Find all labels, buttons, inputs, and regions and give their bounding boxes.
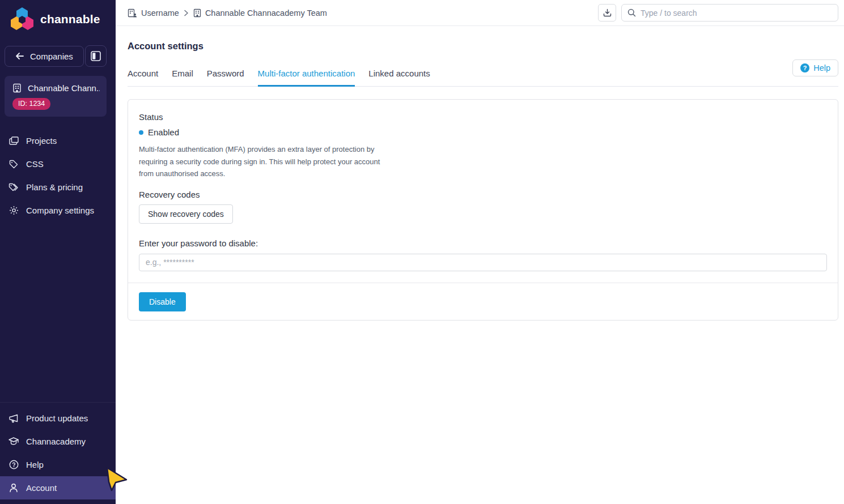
tab-password[interactable]: Password xyxy=(207,64,244,86)
sidebar-item-css[interactable]: CSS xyxy=(0,152,116,176)
brand-logo[interactable]: channable xyxy=(0,0,116,37)
building-icon xyxy=(12,83,22,93)
tab-account[interactable]: Account xyxy=(128,64,158,86)
company-name: Channable Chann... xyxy=(28,83,100,93)
sidebar-panel-icon xyxy=(91,51,101,61)
company-id-badge: ID: 1234 xyxy=(12,98,50,110)
sidebar-item-label: Company settings xyxy=(26,206,94,215)
disable-mfa-button[interactable]: Disable xyxy=(139,292,186,311)
building-icon xyxy=(193,8,201,18)
sidebar-item-label: Product updates xyxy=(26,413,88,423)
global-search[interactable] xyxy=(621,4,838,22)
password-label: Enter your password to disable: xyxy=(139,238,827,248)
graduation-cap-icon xyxy=(9,437,19,446)
status-value: Enabled xyxy=(148,127,179,137)
collapse-sidebar-button[interactable] xyxy=(85,45,107,67)
mfa-card: Status Enabled Multi-factor authenticati… xyxy=(128,99,838,321)
breadcrumb-user-label: Username xyxy=(141,8,179,18)
gear-icon xyxy=(9,206,19,215)
chevron-right-icon xyxy=(184,10,189,16)
sidebar-item-account[interactable]: Account xyxy=(0,476,116,499)
password-input[interactable] xyxy=(139,254,827,271)
sidebar-item-label: Plans & pricing xyxy=(26,182,83,192)
help-circle-icon xyxy=(9,460,19,469)
sidebar-nav: Projects CSS Plans & pricing xyxy=(0,129,116,222)
sidebar-item-help[interactable]: Help xyxy=(0,453,116,476)
show-recovery-codes-button[interactable]: Show recovery codes xyxy=(139,204,233,224)
back-to-companies-button[interactable]: Companies xyxy=(5,46,84,67)
help-button[interactable]: ? Help xyxy=(792,59,838,76)
breadcrumb-team[interactable]: Channable Channacademy Team xyxy=(193,8,327,18)
status-label: Status xyxy=(139,112,827,122)
tag-icon xyxy=(9,160,19,169)
user-icon xyxy=(9,483,19,493)
topbar: Username Channabl xyxy=(116,0,844,26)
sidebar-footer-nav: Product updates Channacademy Help xyxy=(0,402,116,504)
sidebar: channable Companies xyxy=(0,0,116,504)
tab-linked-accounts[interactable]: Linked accounts xyxy=(368,64,430,86)
page-title: Account settings xyxy=(128,41,838,52)
recovery-codes-label: Recovery codes xyxy=(139,190,827,199)
breadcrumb-user[interactable]: Username xyxy=(128,8,179,18)
download-icon xyxy=(603,8,612,17)
breadcrumb-team-label: Channable Channacademy Team xyxy=(205,8,327,18)
sidebar-item-label: Account xyxy=(26,483,57,493)
search-input[interactable] xyxy=(641,8,832,18)
status-dot-icon xyxy=(139,130,143,135)
sidebar-item-product-updates[interactable]: Product updates xyxy=(0,407,116,430)
sidebar-item-label: Help xyxy=(26,460,44,469)
tags-icon xyxy=(9,183,19,192)
tab-email[interactable]: Email xyxy=(172,64,193,86)
channable-hexagons-icon xyxy=(9,7,35,32)
search-icon xyxy=(627,8,636,17)
question-circle-icon: ? xyxy=(800,63,809,72)
mfa-description: Multi-factor authentication (MFA) provid… xyxy=(139,143,394,180)
tab-multi-factor-authentication[interactable]: Multi-factor authentication xyxy=(258,64,355,86)
arrow-left-icon xyxy=(15,52,24,60)
sidebar-item-plans-pricing[interactable]: Plans & pricing xyxy=(0,176,116,199)
brand-name: channable xyxy=(40,12,100,26)
selected-company-card[interactable]: Channable Chann... ID: 1234 xyxy=(5,76,107,117)
projects-icon xyxy=(9,136,19,145)
sidebar-item-label: CSS xyxy=(26,159,44,169)
sidebar-item-projects[interactable]: Projects xyxy=(0,129,116,152)
companies-button-label: Companies xyxy=(30,52,73,61)
help-button-label: Help xyxy=(813,63,830,72)
sidebar-item-label: Projects xyxy=(26,136,57,146)
main-area: Username Channabl xyxy=(116,0,844,504)
megaphone-icon xyxy=(9,414,19,423)
download-button[interactable] xyxy=(598,4,616,22)
breadcrumb: Username Channabl xyxy=(128,8,327,18)
org-user-icon xyxy=(128,8,137,18)
sidebar-item-company-settings[interactable]: Company settings xyxy=(0,199,116,222)
settings-tabs: Account Email Password Multi-factor auth… xyxy=(128,64,838,87)
sidebar-item-label: Channacademy xyxy=(26,437,86,446)
sidebar-item-channacademy[interactable]: Channacademy xyxy=(0,430,116,453)
